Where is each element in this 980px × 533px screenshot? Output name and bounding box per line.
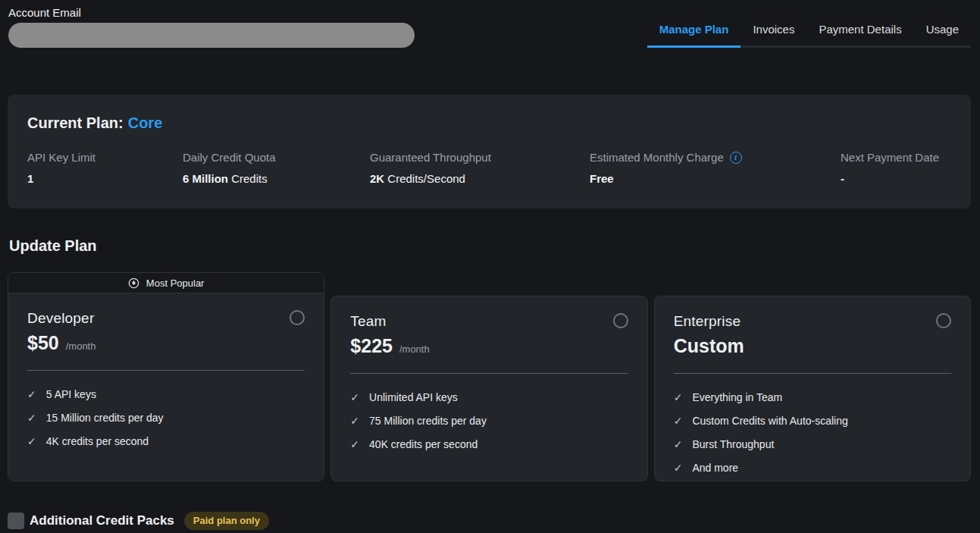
feature-item: ✓5 API keys	[27, 388, 305, 400]
feature-text: 15 Million credits per day	[46, 412, 164, 424]
feature-text: 75 Million credits per day	[369, 415, 487, 427]
check-icon: ✓	[674, 415, 683, 427]
current-plan-stats: API Key Limit 1 Daily Credit Quota 6 Mil…	[27, 151, 951, 185]
plan-column-developer: Most Popular Developer $50 /month ✓5 API…	[8, 272, 324, 481]
plan-card-team[interactable]: Team $225 /month ✓Unlimited API keys ✓75…	[330, 296, 647, 481]
stat-value-main: 6 Million	[183, 172, 228, 185]
stat-value-main: -	[841, 172, 844, 185]
stat-value-main: 1	[27, 172, 33, 185]
feature-text: Everything in Team	[692, 391, 782, 403]
stat-value-main: 2K	[370, 172, 384, 185]
feature-item: ✓15 Million credits per day	[27, 412, 305, 424]
feature-item: ✓Everything in Team	[674, 391, 951, 403]
current-plan-card: Current Plan:Core API Key Limit 1 Daily …	[8, 95, 971, 208]
plan-head: Enterprise	[674, 313, 951, 330]
feature-text: 40K credits per second	[369, 438, 477, 450]
plan-features: ✓Everything in Team ✓Custom Credits with…	[674, 391, 951, 474]
plan-features: ✓Unlimited API keys ✓75 Million credits …	[350, 391, 628, 450]
stat-label: Next Payment Date	[841, 151, 939, 164]
stat-value-main: Free	[590, 172, 614, 185]
plan-price: Custom	[674, 335, 744, 357]
current-plan-name: Core	[128, 114, 163, 131]
stat-guaranteed-throughput: Guaranteed Throughput 2K Credits/Second	[370, 151, 590, 185]
account-email-input[interactable]	[8, 23, 415, 48]
stat-label: Guaranteed Throughput	[370, 151, 590, 164]
plan-period: /month	[399, 343, 430, 355]
paid-plan-only-badge: Paid plan only	[184, 512, 269, 530]
billing-tabs: Manage Plan Invoices Payment Details Usa…	[647, 23, 971, 48]
plan-price: $50	[27, 332, 59, 354]
stat-value-rest: Credits	[228, 172, 268, 185]
stat-next-payment-date: Next Payment Date -	[841, 151, 939, 185]
tab-manage-plan[interactable]: Manage Plan	[647, 23, 741, 48]
plan-card-developer[interactable]: Most Popular Developer $50 /month ✓5 API…	[8, 272, 324, 481]
stat-estimated-monthly-charge: Estimated Monthly Charge i Free	[590, 151, 841, 185]
feature-text: Custom Credits with Auto-scaling	[692, 415, 847, 427]
feature-item: ✓Burst Throughput	[674, 438, 951, 450]
feature-text: Burst Throughput	[692, 438, 774, 450]
feature-item: ✓Unlimited API keys	[350, 391, 628, 403]
current-plan-title-prefix: Current Plan:	[27, 114, 124, 131]
billing-page: Account Email Manage Plan Invoices Payme…	[0, 0, 980, 530]
plan-column-enterprise: Enterprise Custom ✓Everything in Team ✓C…	[654, 296, 971, 481]
feature-text: And more	[692, 462, 738, 474]
check-icon: ✓	[350, 391, 359, 403]
credit-packs-label: Additional Credit Packs	[30, 513, 174, 528]
tab-invoices[interactable]: Invoices	[740, 23, 806, 48]
plan-price-row: $225 /month	[350, 335, 628, 357]
check-icon: ✓	[350, 415, 359, 427]
stat-value-rest: Credits/Second	[384, 172, 465, 185]
stat-label: Daily Credit Quota	[183, 151, 370, 164]
check-icon: ✓	[674, 391, 683, 403]
stat-daily-credit-quota: Daily Credit Quota 6 Million Credits	[183, 151, 370, 185]
tab-payment-details[interactable]: Payment Details	[806, 23, 913, 48]
plan-name: Developer	[27, 310, 94, 327]
plan-radio-team[interactable]	[613, 313, 628, 328]
account-email-label: Account Email	[8, 6, 415, 19]
plan-name: Enterprise	[674, 313, 741, 330]
plan-options: Most Popular Developer $50 /month ✓5 API…	[8, 272, 971, 481]
stat-value: -	[841, 172, 939, 185]
info-icon[interactable]: i	[730, 152, 742, 164]
feature-item: ✓75 Million credits per day	[350, 415, 628, 427]
feature-item: ✓And more	[674, 462, 951, 474]
stat-label-text: Estimated Monthly Charge	[590, 151, 724, 164]
most-popular-banner: Most Popular	[8, 273, 324, 293]
check-icon: ✓	[27, 412, 36, 424]
flame-icon	[128, 277, 139, 289]
check-icon: ✓	[674, 438, 683, 450]
stat-value: Free	[590, 172, 841, 185]
credit-packs-checkbox[interactable]	[8, 513, 24, 529]
stat-api-key-limit: API Key Limit 1	[27, 151, 183, 185]
most-popular-label: Most Popular	[146, 277, 205, 289]
stat-label: Estimated Monthly Charge i	[590, 151, 841, 164]
update-plan-heading: Update Plan	[9, 237, 971, 255]
plan-card-enterprise[interactable]: Enterprise Custom ✓Everything in Team ✓C…	[654, 296, 971, 481]
check-icon: ✓	[674, 462, 683, 474]
current-plan-title: Current Plan:Core	[27, 114, 951, 132]
credit-packs-row: Additional Credit Packs Paid plan only	[8, 512, 971, 530]
account-email-block: Account Email	[8, 6, 415, 48]
check-icon: ✓	[350, 438, 359, 450]
plan-card-developer-body[interactable]: Developer $50 /month ✓5 API keys ✓15 Mil…	[8, 293, 324, 481]
plan-column-team: Team $225 /month ✓Unlimited API keys ✓75…	[330, 296, 647, 481]
stat-value: 2K Credits/Second	[370, 172, 590, 185]
plan-radio-enterprise[interactable]	[936, 313, 951, 328]
top-bar: Account Email Manage Plan Invoices Payme…	[8, 0, 971, 48]
divider	[674, 373, 951, 374]
plan-head: Team	[350, 313, 628, 330]
plan-price: $225	[350, 335, 393, 357]
feature-item: ✓Custom Credits with Auto-scaling	[674, 415, 951, 427]
feature-text: Unlimited API keys	[369, 391, 458, 403]
stat-value: 1	[27, 172, 183, 185]
feature-item: ✓4K credits per second	[27, 435, 305, 447]
feature-text: 5 API keys	[46, 388, 96, 400]
stat-value: 6 Million Credits	[183, 172, 370, 185]
plan-price-row: Custom	[674, 335, 951, 357]
feature-item: ✓40K credits per second	[350, 438, 628, 450]
check-icon: ✓	[27, 388, 36, 400]
plan-radio-developer[interactable]	[290, 310, 305, 325]
feature-text: 4K credits per second	[46, 435, 149, 447]
tab-usage[interactable]: Usage	[914, 23, 971, 48]
stat-label: API Key Limit	[27, 151, 183, 164]
